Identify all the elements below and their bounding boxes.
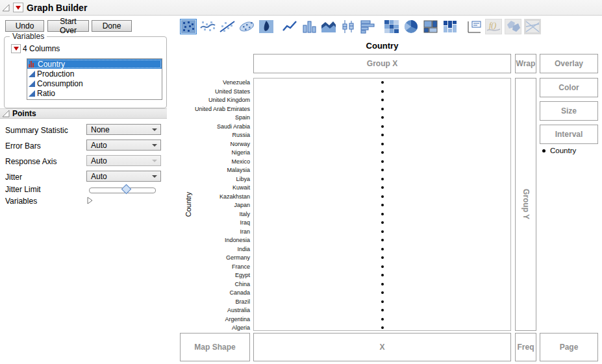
variables-panel: Variables 4 Columns CountryProductionCon… (4, 36, 167, 108)
drop-zone-wrap[interactable]: Wrap (515, 54, 536, 73)
data-point-dot[interactable] (381, 134, 384, 136)
summary-statistic-dropdown[interactable]: None (86, 124, 161, 135)
data-point-dot[interactable] (381, 213, 384, 215)
columns-red-triangle-button[interactable] (11, 44, 21, 53)
error-bars-value: Auto (91, 141, 107, 150)
chevron-down-icon (152, 175, 157, 178)
data-point-dot[interactable] (381, 195, 384, 198)
drop-zone-page[interactable]: Page (540, 333, 598, 361)
drop-zone-interval[interactable]: Interval (540, 125, 598, 144)
pie-graph-icon[interactable] (403, 19, 420, 34)
points-panel-header[interactable]: Points (0, 108, 167, 119)
columns-count-label: 4 Columns (23, 44, 60, 53)
column-item-country[interactable]: Country (27, 59, 162, 69)
jitter-limit-slider-thumb[interactable] (121, 184, 131, 195)
data-point-dot[interactable] (381, 160, 384, 163)
done-button[interactable]: Done (92, 20, 132, 32)
data-point-dot[interactable] (381, 116, 384, 119)
y-axis-tick-label: Iran (179, 228, 250, 235)
legend-label: Country (550, 147, 576, 154)
drop-zone-group-x[interactable]: Group X (253, 54, 511, 73)
bar-graph-icon[interactable] (301, 19, 318, 34)
heatmap-graph-icon[interactable] (383, 19, 400, 34)
column-label: Production (37, 69, 74, 79)
data-point-dot[interactable] (381, 169, 384, 171)
points-panel-title: Points (12, 109, 36, 118)
data-point-dot[interactable] (381, 125, 384, 128)
y-axis-tick-label: France (179, 263, 250, 270)
data-point-dot[interactable] (381, 248, 384, 250)
ellipse-graph-icon[interactable] (238, 19, 255, 34)
drop-zone-color[interactable]: Color (540, 78, 598, 97)
line-graph-icon[interactable] (281, 19, 298, 34)
data-point-dot[interactable] (381, 151, 384, 154)
data-point-dot[interactable] (381, 108, 384, 110)
y-axis-tick-label: Egypt (179, 272, 250, 278)
undo-button[interactable]: Undo (5, 20, 44, 32)
start-over-button[interactable]: Start Over (47, 20, 89, 32)
drop-zone-freq[interactable]: Freq (515, 333, 536, 361)
drop-zone-size[interactable]: Size (540, 101, 598, 121)
column-label: Country (38, 60, 65, 69)
points-graph-icon[interactable] (180, 19, 197, 34)
drop-zone-group-y[interactable]: Group Y (515, 78, 536, 331)
data-point-dot[interactable] (381, 283, 384, 285)
data-point-dot[interactable] (381, 265, 384, 268)
response-axis-dropdown: Auto (86, 155, 161, 166)
data-point-dot[interactable] (381, 326, 384, 329)
data-point-dot[interactable] (381, 186, 384, 189)
collapse-disclosure-icon[interactable] (2, 4, 10, 12)
y-axis-tick-label: Nigeria (179, 149, 250, 156)
data-point-dot[interactable] (381, 90, 384, 93)
data-point-dot[interactable] (381, 204, 384, 206)
data-point-dot[interactable] (381, 81, 384, 84)
data-point-dot[interactable] (381, 300, 384, 303)
y-axis-tick-label: Kuwait (179, 184, 250, 191)
data-point-dot[interactable] (381, 178, 384, 180)
data-point-dot[interactable] (381, 221, 384, 224)
data-point-dot[interactable] (381, 309, 384, 311)
column-item-consumption[interactable]: Consumption (27, 79, 162, 88)
jitter-dropdown[interactable]: Auto (86, 171, 161, 182)
formula-graph-icon: f() (485, 19, 502, 34)
chevron-down-icon (152, 128, 157, 131)
contour-graph-icon[interactable] (258, 19, 275, 34)
jitter-label: Jitter (5, 173, 22, 182)
points-disclosure-icon[interactable] (2, 110, 10, 117)
y-axis-tick-label: Indonesia (179, 237, 250, 243)
column-item-production[interactable]: Production (27, 69, 162, 79)
y-axis-tick-label: United Kingdom (179, 97, 250, 103)
drop-zone-x[interactable]: X (253, 333, 511, 361)
data-point-dot[interactable] (381, 256, 384, 259)
drop-zone-map-shape[interactable]: Map Shape (180, 333, 250, 361)
variables-disclosure-icon[interactable] (86, 197, 93, 204)
caption-box-graph-icon[interactable] (466, 19, 483, 34)
error-bars-dropdown[interactable]: Auto (86, 140, 161, 151)
legend-dot-marker (542, 149, 546, 152)
title-bar: Graph Builder (0, 0, 602, 16)
red-triangle-menu-button[interactable] (13, 3, 23, 12)
y-axis-tick-label: Canada (179, 289, 250, 296)
y-axis-tick-label: Russia (179, 132, 250, 138)
data-point-dot[interactable] (381, 274, 384, 276)
smoother-graph-icon[interactable] (199, 19, 216, 34)
columns-list[interactable]: CountryProductionConsumptionRatio (27, 58, 162, 100)
data-point-dot[interactable] (381, 291, 384, 294)
y-axis-tick-label: Italy (179, 211, 250, 217)
column-item-ratio[interactable]: Ratio (27, 88, 162, 98)
line-of-fit-graph-icon[interactable] (219, 19, 236, 34)
drop-zone-overlay[interactable]: Overlay (540, 54, 598, 73)
histogram-graph-icon[interactable] (359, 19, 376, 34)
legend-item-country: Country (540, 147, 601, 154)
area-graph-icon[interactable] (320, 19, 337, 34)
jitter-limit-slider[interactable] (89, 188, 156, 193)
box-plot-graph-icon[interactable] (340, 19, 357, 34)
data-point-dot[interactable] (381, 239, 384, 241)
y-axis-tick-label: Kazakhstan (179, 193, 250, 200)
data-point-dot[interactable] (381, 99, 384, 101)
data-point-dot[interactable] (381, 318, 384, 321)
data-point-dot[interactable] (381, 230, 384, 233)
mosaic-graph-icon[interactable] (442, 19, 458, 34)
data-point-dot[interactable] (381, 143, 384, 145)
treemap-graph-icon[interactable] (422, 19, 439, 34)
